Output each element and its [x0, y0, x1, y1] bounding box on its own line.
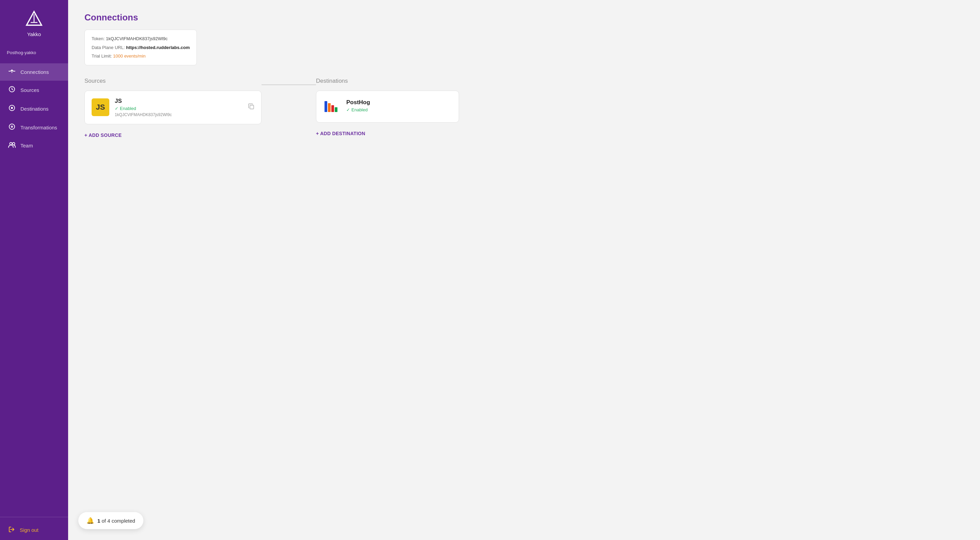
svg-point-6	[9, 124, 14, 129]
connections-icon	[8, 68, 16, 76]
data-plane-label: Data Plane URL:	[92, 45, 125, 50]
connections-label: Connections	[21, 69, 49, 75]
progress-count: 1	[97, 518, 100, 524]
progress-suffix: of 4 completed	[102, 518, 135, 524]
source-info: JS ✓ Enabled 1kQJCVtFMAHDK837js92Wl9c	[115, 98, 243, 117]
trial-label: Trial Limit:	[92, 54, 112, 59]
check-icon: ✓	[115, 106, 118, 111]
transformations-label: Transformations	[21, 125, 57, 130]
source-name: JS	[115, 98, 243, 105]
destinations-icon	[8, 104, 16, 113]
sign-out-label: Sign out	[20, 527, 38, 533]
destinations-label: Destinations	[21, 106, 49, 112]
sidebar-item-connections[interactable]: Connections	[0, 64, 68, 81]
sidebar-item-sources[interactable]: Sources	[0, 81, 68, 99]
sources-icon	[8, 86, 16, 95]
team-label: Team	[21, 143, 33, 148]
data-plane-row: Data Plane URL: https://hosted.rudderlab…	[92, 44, 190, 51]
trial-row: Trial Limit: 1000 events/min	[92, 53, 190, 60]
svg-point-8	[10, 143, 12, 145]
page-title: Connections	[84, 12, 964, 23]
svg-point-5	[11, 107, 13, 109]
progress-text: 1 of 4 completed	[97, 518, 135, 524]
connector-line	[261, 84, 316, 85]
sources-label: Sources	[21, 87, 39, 93]
sidebar-item-team[interactable]: Team	[0, 137, 68, 154]
svg-rect-13	[328, 103, 331, 112]
posthog-logo	[323, 98, 341, 116]
dest-enabled-badge: ✓ Enabled	[346, 107, 452, 112]
token-val: 1kQJCVtFMAHDK837js92Wl9c	[106, 36, 167, 41]
app-name: Yakko	[27, 31, 41, 37]
svg-rect-11	[250, 105, 254, 109]
sign-out-icon	[8, 526, 15, 534]
add-source-label: + ADD SOURCE	[84, 132, 122, 138]
main-content: Connections Token: 1kQJCVtFMAHDK837js92W…	[68, 0, 980, 540]
logo-area: Yakko	[0, 0, 68, 45]
destination-card-posthog[interactable]: PostHog ✓ Enabled	[316, 91, 459, 122]
dest-check-icon: ✓	[346, 107, 350, 112]
dest-status: Enabled	[352, 107, 368, 112]
add-source-button[interactable]: + ADD SOURCE	[84, 131, 261, 139]
add-destination-label: + ADD DESTINATION	[316, 131, 365, 136]
svg-rect-15	[335, 107, 337, 112]
transformations-icon	[8, 123, 16, 132]
trial-value: 1000 events/min	[113, 54, 145, 59]
source-enabled-badge: ✓ Enabled	[115, 106, 243, 111]
sidebar: Yakko Posthog-yakko Connections Sources …	[0, 0, 68, 540]
token-label: Token:	[92, 36, 105, 41]
progress-banner[interactable]: 🔔 1 of 4 completed	[78, 512, 143, 529]
info-card: Token: 1kQJCVtFMAHDK837js92Wl9c Data Pla…	[84, 30, 197, 65]
source-card-js[interactable]: JS JS ✓ Enabled 1kQJCVtFMAHDK837js92Wl9c	[84, 91, 261, 124]
nav-menu: Connections Sources Destinations Transfo…	[0, 60, 68, 514]
data-plane-value: https://hosted.rudderlabs.com	[126, 45, 190, 50]
sidebar-item-destinations[interactable]: Destinations	[0, 99, 68, 118]
svg-point-9	[13, 143, 15, 145]
svg-point-7	[11, 126, 13, 127]
svg-rect-14	[331, 105, 334, 112]
team-icon	[8, 141, 16, 149]
token-row: Token: 1kQJCVtFMAHDK837js92Wl9c	[92, 35, 190, 42]
app-logo-icon	[24, 10, 44, 29]
connections-layout: Sources JS JS ✓ Enabled 1kQJCVtFMAHDK837…	[84, 78, 964, 139]
destinations-title: Destinations	[316, 78, 964, 84]
sources-title: Sources	[84, 78, 261, 84]
dest-name: PostHog	[346, 99, 452, 106]
bell-icon: 🔔	[86, 517, 94, 524]
dest-info: PostHog ✓ Enabled	[346, 99, 452, 114]
add-destination-button[interactable]: + ADD DESTINATION	[316, 129, 964, 138]
source-token: 1kQJCVtFMAHDK837js92Wl9c	[115, 112, 243, 117]
sidebar-item-transformations[interactable]: Transformations	[0, 118, 68, 137]
sidebar-divider	[0, 517, 68, 517]
svg-rect-12	[325, 101, 327, 112]
workspace-name: Posthog-yakko	[0, 45, 68, 60]
sign-out-button[interactable]: Sign out	[0, 520, 68, 540]
source-status: Enabled	[120, 106, 136, 111]
sources-column: Sources JS JS ✓ Enabled 1kQJCVtFMAHDK837…	[84, 78, 261, 139]
js-logo: JS	[92, 98, 109, 116]
copy-icon[interactable]	[248, 103, 255, 111]
destinations-column: Destinations PostHog ✓ Enabled	[316, 78, 964, 138]
